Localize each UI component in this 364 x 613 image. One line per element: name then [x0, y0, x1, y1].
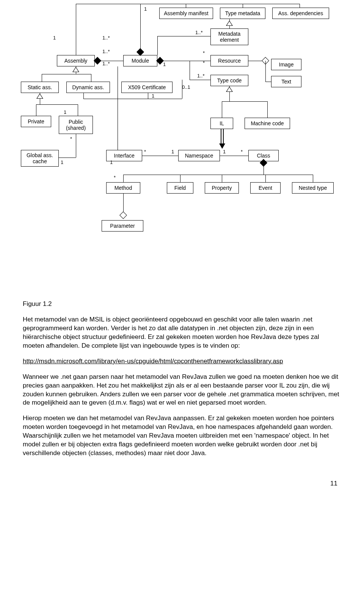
uml-diagram: Assembly manifest Type metadata Ass. dep… — [0, 0, 364, 300]
entity-public-shared: Public (shared) — [59, 116, 93, 134]
entity-global-ass-cache: Global ass. cache — [21, 150, 59, 167]
entity-field: Field — [167, 182, 193, 194]
entity-method: Method — [106, 182, 140, 194]
mult-one: 1 — [144, 6, 147, 12]
paragraph-2: Wanneer we .net gaan parsen naar het met… — [23, 373, 341, 408]
mult-star: * — [144, 149, 146, 154]
mult-star: * — [241, 149, 243, 154]
page-number: 11 — [0, 480, 364, 495]
entity-metadata-element: Metadata element — [210, 28, 248, 45]
entity-dynamic-ass: Dynamic ass. — [66, 82, 110, 93]
mult-zero-one: 0..1 — [182, 84, 190, 90]
mult-one-star: 1..* — [195, 30, 203, 35]
composition-diamond-icon — [156, 57, 164, 65]
mult-star: * — [203, 60, 205, 66]
generalization-triangle-icon — [72, 67, 79, 72]
aggregation-diamond-icon — [119, 211, 127, 219]
entity-machine-code: Machine code — [245, 118, 290, 129]
entity-static-ass: Static ass. — [21, 82, 59, 93]
composition-diamond-icon — [136, 48, 144, 56]
entity-type-code: Type code — [210, 75, 248, 86]
mult-one: 1 — [64, 109, 66, 115]
paragraph-1: Het metamodel van de MSIL is object geor… — [23, 315, 341, 350]
entity-ass-dependencies: Ass. dependencies — [272, 8, 329, 19]
entity-il: IL — [210, 118, 233, 129]
generalization-triangle-icon — [226, 20, 233, 26]
mult-one: 1 — [53, 35, 56, 41]
mult-one-star: 1..* — [102, 61, 110, 66]
mult-one: 1 — [163, 61, 166, 67]
mult-star: * — [70, 136, 72, 142]
mult-one: 1 — [223, 149, 226, 154]
entity-assembly: Assembly — [57, 55, 95, 66]
generalization-triangle-icon — [36, 93, 43, 99]
entity-assembly-manifest: Assembly manifest — [159, 8, 213, 19]
entity-nested-type: Nested type — [292, 182, 334, 194]
mult-star: * — [114, 175, 116, 180]
mult-one: 1 — [152, 93, 154, 99]
mult-one-star: 1..* — [102, 49, 110, 54]
generalization-triangle-icon — [226, 87, 233, 92]
composition-diamond-icon — [94, 57, 101, 65]
mult-one: 1 — [171, 149, 174, 154]
mult-one-star: 1..* — [197, 73, 205, 79]
entity-resource: Resource — [210, 55, 248, 66]
mult-one: 1 — [110, 159, 113, 165]
mult-one: 1 — [61, 159, 63, 165]
entity-property: Property — [205, 182, 239, 194]
entity-module: Module — [123, 55, 157, 66]
arrow-down-icon — [219, 143, 225, 149]
msdn-link[interactable]: http://msdn.microsoft.com/library/en-us/… — [23, 358, 283, 365]
entity-image: Image — [271, 59, 301, 70]
entity-namespace: Namespace — [178, 150, 220, 161]
figure-caption: Figuur 1.2 — [23, 300, 341, 309]
entity-event: Event — [250, 182, 281, 194]
entity-x509: X509 Certificate — [121, 82, 173, 93]
mult-star: * — [203, 50, 205, 56]
mult-one-star: 1..* — [102, 35, 110, 41]
entity-private: Private — [21, 116, 51, 127]
entity-parameter: Parameter — [102, 220, 143, 232]
entity-type-metadata: Type metadata — [220, 8, 265, 19]
paragraph-3: Hierop moeten we dan het metamodel van R… — [23, 414, 341, 458]
entity-text: Text — [271, 76, 301, 87]
